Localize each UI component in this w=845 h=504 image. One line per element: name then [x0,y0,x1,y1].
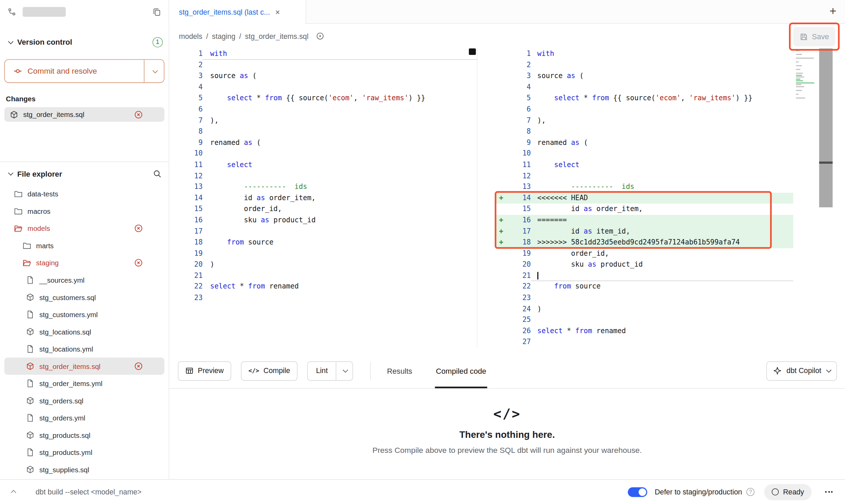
expand-command-bar-button[interactable] [9,490,19,494]
new-tab-button[interactable]: + [829,4,836,18]
discard-change-icon[interactable] [134,110,143,119]
diff-added-marker: + [496,215,507,226]
status-ready[interactable]: Ready [764,484,812,500]
file-tree-item-stg_customers.sql[interactable]: stg_customers.sql [4,288,164,306]
dbt-copilot-button[interactable]: dbt Copilot [767,361,837,381]
file-tree-item-staging[interactable]: staging [4,254,164,271]
file-tree-item-stg_orders.yml[interactable]: stg_orders.yml [4,409,164,427]
table-icon [185,367,194,375]
file-tree-item-stg_locations.yml[interactable]: stg_locations.yml [4,340,164,358]
version-control-title: Version control [17,38,72,46]
code-line-13: 13 ---------- ids [496,181,793,193]
line-number: 24 [506,303,531,315]
diff-added-marker [496,171,507,182]
file-explorer-section: File explorer data-testsmacrosmodelsmart… [0,162,169,479]
editor-pane-left[interactable]: 1with23source as (45 select * from {{ so… [169,48,477,303]
diff-added-marker [496,259,507,270]
breadcrumb-file[interactable]: stg_order_items.sql [245,32,309,40]
file-tree-item-label: marts [36,241,54,250]
diff-added-marker [496,326,507,337]
file-tree-item-label: stg_customers.sql [39,293,96,301]
tab-results[interactable]: Results [386,353,413,388]
commit-and-resolve-button[interactable]: Commit and resolve [4,59,164,83]
lint-button[interactable]: Lint [308,361,336,380]
diff-added-marker: + [496,193,507,204]
code-editor: 1with23source as (45 select * from {{ so… [169,48,845,353]
diff-added-marker [496,71,507,82]
file-tree-item-stg_locations.sql[interactable]: stg_locations.sql [4,323,164,340]
line-number: 9 [506,137,531,148]
file-tree-item-label: stg_products.sql [39,431,90,439]
file-tree-item-marts[interactable]: marts [4,237,164,254]
file-tree-item-models[interactable]: models [4,220,164,237]
code-line-23: 23 [169,293,477,304]
code-line-5: 5 select * from {{ source('ecom', 'raw_i… [496,93,793,104]
file-tree-item-stg_products.yml[interactable]: stg_products.yml [4,444,164,461]
file-tree-item-stg_order_items.yml[interactable]: stg_order_items.yml [4,375,164,392]
code-line-14: 14 id as order_item, [169,193,477,204]
file-tree-item-__sources.yml[interactable]: __sources.yml [4,271,164,289]
code-icon: </> [169,389,845,421]
line-number: 11 [169,159,203,171]
file-tree-item-stg_orders.sql[interactable]: stg_orders.sql [4,392,164,410]
file-tree-item-stg_products.sql[interactable]: stg_products.sql [4,427,164,444]
search-icon[interactable] [153,169,161,178]
compile-button[interactable]: </> Compile [241,361,298,381]
file-icon [26,276,34,284]
code-line-10: 10 [169,148,477,160]
command-input[interactable]: dbt build --select <model_name> [35,488,141,496]
code-icon: </> [248,367,259,374]
breadcrumb-separator: / [239,32,241,40]
breadcrumb-staging[interactable]: staging [212,32,235,40]
preview-button[interactable]: Preview [178,361,231,381]
code-line-20: 20) [169,259,477,270]
save-button[interactable]: Save [793,27,835,46]
copy-icon[interactable] [153,8,161,16]
left-scrollbar-thumb[interactable] [469,48,476,55]
line-number: 14 [169,193,203,204]
folder-open-icon [23,258,31,267]
folder-icon [14,190,23,198]
line-number: 18 [169,237,203,248]
discard-change-icon[interactable] [134,258,143,267]
file-explorer-header[interactable]: File explorer [0,162,169,185]
discard-change-icon[interactable] [134,224,143,233]
lint-options-dropdown[interactable] [336,361,353,380]
save-button-label: Save [812,32,829,41]
line-number: 22 [506,281,531,293]
sidebar: Version control 1 Commit and resolve Cha… [0,0,169,479]
commit-options-dropdown[interactable] [144,60,164,82]
minimap[interactable] [796,50,815,101]
diff-added-marker [496,181,507,193]
version-control-header[interactable]: Version control 1 [0,24,169,54]
tab-compiled-code[interactable]: Compiled code [435,353,487,388]
file-tree-item-stg_supplies.sql[interactable]: stg_supplies.sql [4,461,164,478]
discard-change-icon[interactable] [134,362,143,370]
tab-stg-order-items[interactable]: stg_order_items.sql (last c... × [169,0,306,24]
code-line-3: 3source as ( [496,71,793,82]
file-tree-item-stg_order_items.sql[interactable]: stg_order_items.sql [4,358,164,375]
text-cursor [537,272,538,280]
line-number: 19 [506,248,531,259]
defer-toggle[interactable] [628,487,647,496]
pane-divider[interactable] [477,48,478,348]
line-number: 13 [506,181,531,193]
commit-button-label: Commit and resolve [28,67,97,75]
breadcrumb-models[interactable]: models [179,32,202,40]
file-tree-item-data-tests[interactable]: data-tests [4,185,164,203]
workspace-icon[interactable] [8,8,16,16]
close-icon[interactable]: × [275,8,280,16]
line-number: 15 [169,204,203,215]
overflow-menu-button[interactable] [821,484,836,499]
line-number: 5 [506,93,531,104]
code-line-4: 4 [169,82,477,93]
line-number: 7 [506,115,531,126]
help-icon[interactable]: ? [746,488,755,496]
diff-added-marker [496,204,507,215]
file-tree-item-macros[interactable]: macros [4,203,164,220]
scrollbar-thumb[interactable] [819,48,832,207]
changed-file-row[interactable]: stg_order_items.sql [4,107,164,122]
file-tree-item-stg_customers.yml[interactable]: stg_customers.yml [4,306,164,323]
editor-scrollbar[interactable] [819,48,832,353]
editor-pane-right[interactable]: 1with23source as (45 select * from {{ so… [496,48,793,348]
